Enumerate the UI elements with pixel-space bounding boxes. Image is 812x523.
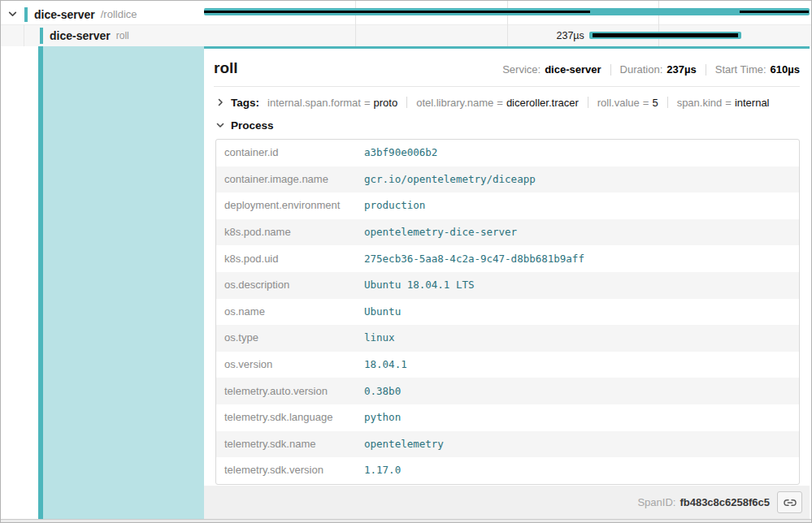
trace-row-child[interactable]: dice-server roll — [1, 25, 204, 46]
process-label: Process — [231, 119, 274, 132]
tags-section-toggle[interactable]: Tags: internal.span.format=proto otel.li… — [214, 93, 800, 111]
start-time-label: Start Time: — [715, 63, 766, 76]
table-row: os.descriptionUbuntu 18.04.1 LTS — [216, 272, 799, 299]
row-value: opentelemetry — [364, 438, 444, 451]
trace-detail-window: 237µs dice-server /rolldice dice-server … — [0, 0, 812, 523]
process-section-toggle[interactable]: Process — [214, 116, 800, 134]
row-key: os.description — [224, 279, 364, 292]
row-value: 275ecb36-5aa8-4c2a-9c47-d8bb681b9aff — [364, 253, 584, 266]
table-row: telemetry.sdk.nameopentelemetry — [216, 431, 799, 458]
divider — [610, 64, 611, 76]
chevron-down-icon[interactable] — [7, 9, 18, 19]
operation-name: roll — [116, 30, 129, 41]
table-row: telemetry.auto.version0.38b0 — [216, 378, 799, 404]
table-row: os.version18.04.1 — [216, 352, 799, 378]
service-name: dice-server — [34, 8, 95, 21]
tag-item: span.kind=internal — [677, 97, 770, 109]
duration-label: Duration: — [620, 63, 663, 76]
divider — [588, 97, 588, 108]
divider — [406, 97, 407, 108]
table-row: os.typelinux — [216, 325, 799, 352]
table-row: telemetry.sdk.version1.17.0 — [216, 457, 799, 484]
span-detail-panel: roll Service: dice-server Duration: 237µ… — [204, 46, 810, 486]
row-key: telemetry.sdk.version — [224, 464, 364, 477]
tag-equals: = — [497, 97, 503, 109]
tag-equals: = — [725, 97, 732, 109]
divider — [667, 97, 668, 108]
process-table: container.ida3bf90e006b2 container.image… — [215, 139, 800, 485]
trace-row-parent[interactable]: dice-server /rolldice — [1, 4, 204, 24]
row-value: 0.38b0 — [364, 385, 401, 398]
service-value: dice-server — [545, 63, 601, 76]
tag-key: roll.value — [597, 97, 640, 109]
row-key: container.id — [224, 146, 364, 159]
tag-item: roll.value=5 — [597, 97, 658, 109]
tag-key: internal.span.format — [267, 97, 361, 109]
tag-value: internal — [735, 97, 770, 109]
table-row: k8s.pod.uid275ecb36-5aa8-4c2a-9c47-d8bb6… — [216, 245, 799, 272]
spanid-value: fb483c8c6258f6c5 — [680, 496, 770, 508]
detail-header: roll Service: dice-server Duration: 237µ… — [214, 49, 800, 78]
row-key: deployment.environment — [224, 199, 364, 212]
detail-meta: Service: dice-server Duration: 237µs Sta… — [502, 63, 800, 76]
critical-path-segment — [204, 11, 590, 13]
timeline-ruler: 237µs — [204, 1, 810, 46]
detail-row-left-block — [1, 46, 204, 519]
table-row: k8s.pod.nameopentelemetry-dice-server — [216, 219, 799, 246]
duration-value: 237µs — [667, 63, 696, 76]
table-row: os.nameUbuntu — [216, 299, 799, 326]
span-title: roll — [214, 58, 238, 78]
table-row: container.image.namegcr.io/opentelemetry… — [216, 166, 799, 193]
row-value: linux — [364, 331, 395, 344]
row-key: container.image.name — [224, 173, 364, 186]
spanid-label: SpanID: — [637, 496, 675, 508]
row-value: a3bf90e006b2 — [364, 146, 437, 159]
row-value: production — [364, 199, 425, 212]
tag-value: proto — [374, 97, 398, 109]
span-color-bar — [40, 28, 43, 44]
critical-path-segment — [740, 11, 809, 13]
row-value: gcr.io/opentelemetry/diceapp — [364, 173, 536, 186]
tag-value: diceroller.tracer — [506, 97, 579, 109]
table-row: container.ida3bf90e006b2 — [216, 140, 799, 166]
tag-key: otel.library.name — [416, 97, 493, 109]
row-value: 1.17.0 — [364, 464, 401, 477]
row-key: os.name — [224, 305, 364, 318]
row-value: python — [364, 411, 401, 424]
operation-name: /rolldice — [101, 8, 137, 20]
row-key: telemetry.sdk.name — [224, 438, 364, 451]
start-time-value: 610µs — [771, 63, 800, 76]
service-name: dice-server — [50, 29, 111, 42]
divider — [706, 64, 706, 76]
deep-link-button[interactable] — [777, 491, 802, 513]
span-duration-label: 237µs — [557, 30, 589, 41]
span-color-fill — [43, 46, 204, 519]
table-row: deployment.environmentproduction — [216, 192, 799, 219]
span-color-bar — [24, 7, 28, 22]
tag-value: 5 — [652, 97, 658, 109]
header-divider — [214, 86, 800, 87]
link-icon — [784, 496, 797, 509]
tag-item: internal.span.format=proto — [267, 97, 397, 109]
detail-footer: SpanID: fb483c8c6258f6c5 — [204, 486, 810, 519]
row-value: 18.04.1 — [364, 358, 407, 371]
chevron-right-icon — [215, 97, 225, 107]
tag-summary: internal.span.format=proto otel.library.… — [267, 97, 770, 109]
row-key: os.version — [224, 358, 364, 371]
tags-label: Tags: — [231, 97, 259, 109]
service-label: Service: — [502, 63, 541, 76]
row-key: telemetry.auto.version — [224, 385, 364, 398]
critical-path-segment — [593, 33, 738, 37]
tag-equals: = — [364, 97, 371, 109]
child-span-bar[interactable] — [589, 32, 741, 39]
bottom-strip — [1, 519, 811, 523]
tag-item: otel.library.name=diceroller.tracer — [416, 97, 579, 109]
row-key: k8s.pod.name — [224, 226, 364, 239]
row-key: k8s.pod.uid — [224, 253, 364, 266]
row-key: os.type — [224, 331, 364, 344]
parent-span-bar[interactable] — [204, 8, 810, 15]
row-key: telemetry.sdk.language — [224, 411, 364, 424]
tag-key: span.kind — [677, 97, 723, 109]
row-value: Ubuntu — [364, 305, 401, 318]
row-value: opentelemetry-dice-server — [364, 226, 517, 239]
